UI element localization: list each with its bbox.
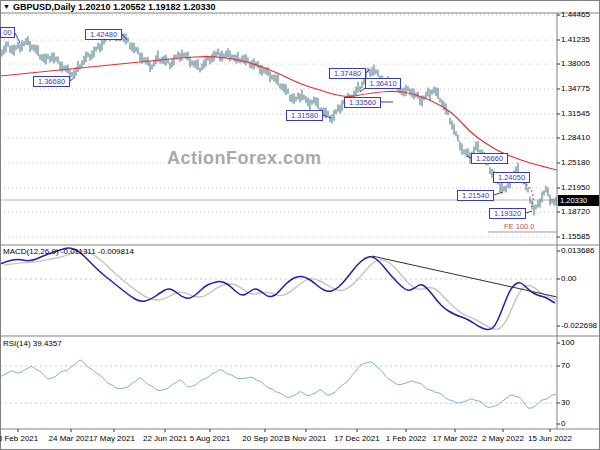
price-axis-label: 1.41235 [561, 35, 590, 44]
x-axis-label: 2 May 2022 [482, 434, 524, 443]
price-axis-label: 1.44465 [561, 10, 590, 19]
price-axis-label: 1.31545 [561, 109, 590, 118]
x-axis-label: 24 Mar 2021 [49, 434, 94, 443]
macd-indicator-label: MACD(12,26,9) -0.011311 -0.009814 [3, 247, 134, 256]
x-axis-label: 22 Jun 2021 [143, 434, 187, 443]
x-axis-label: 8 Feb 2021 [0, 434, 38, 443]
chart-window: ▼GBPUSD,Daily 1.20210 1.20552 1.19182 1.… [0, 0, 600, 450]
price-marker[interactable]: 1.26660 [471, 153, 508, 164]
price-marker[interactable]: 1.33560 [344, 97, 381, 108]
macd-axis-label: 0.013686 [561, 246, 594, 255]
watermark: ActionForex.com [167, 148, 322, 169]
price-marker[interactable]: 1.19320 [489, 208, 526, 219]
price-marker[interactable]: 1.37480 [329, 68, 366, 79]
price-marker[interactable]: 00 [0, 27, 15, 38]
ohlc-values: 1.20210 1.20552 1.19182 1.20330 [78, 2, 216, 12]
fibonacci-extension-label[interactable]: FE 100.0 [504, 222, 534, 231]
rsi-indicator-label: RSI(14) 39.4357 [3, 339, 62, 348]
x-axis-label: 7 May 2021 [93, 434, 135, 443]
price-axis-label: 1.28410 [561, 133, 590, 142]
x-axis-label: 3 Nov 2021 [286, 434, 327, 443]
price-axis-label: 1.21950 [561, 183, 590, 192]
price-axis-label: 1.38005 [561, 59, 590, 68]
price-marker[interactable]: 1.42480 [85, 29, 122, 40]
symbol-title: GBPUSD,Daily [13, 2, 76, 12]
price-marker[interactable]: 1.21540 [457, 190, 494, 201]
collapse-arrow-icon[interactable]: ▼ [3, 3, 10, 10]
price-axis-label: 1.25180 [561, 158, 590, 167]
rsi-axis-label: 70 [561, 361, 570, 370]
current-price-badge: 1.20330 [558, 195, 599, 206]
price-marker[interactable]: 1.36680 [33, 76, 70, 87]
x-axis-label: 17 Mar 2022 [433, 434, 478, 443]
rsi-axis-label: 100 [561, 338, 574, 347]
chart-titlebar: ▼GBPUSD,Daily 1.20210 1.20552 1.19182 1.… [3, 2, 216, 12]
price-axis-label: 1.34775 [561, 84, 590, 93]
rsi-axis-label: 30 [561, 398, 570, 407]
macd-axis-label: -0.022698 [561, 321, 597, 330]
x-axis-label: 17 Dec 2021 [334, 434, 379, 443]
rsi-axis-label: 0 [561, 419, 565, 428]
price-marker[interactable]: 1.31580 [286, 110, 323, 121]
x-axis-label: 1 Feb 2022 [386, 434, 426, 443]
x-axis-label: 20 Sep 2021 [242, 434, 287, 443]
x-axis-label: 5 Aug 2021 [190, 434, 230, 443]
price-axis-label: 1.18720 [561, 207, 590, 216]
x-axis-label: 15 Jun 2022 [528, 434, 572, 443]
price-marker[interactable]: 1.36410 [365, 78, 401, 89]
macd-axis-label: 0.00 [561, 274, 577, 283]
price-marker[interactable]: 1.24050 [493, 172, 530, 183]
price-axis-label: 1.15585 [561, 232, 590, 241]
